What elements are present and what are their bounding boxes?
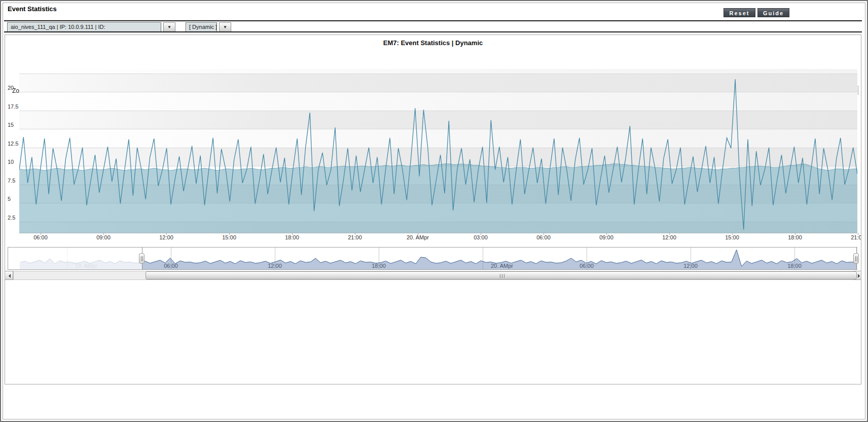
x-axis-label: 12:00 bbox=[150, 234, 183, 240]
y-axis-label: 12.5 bbox=[8, 140, 18, 147]
scrollbar-left-arrow-icon[interactable] bbox=[5, 271, 13, 280]
view-select[interactable]: [ Dynamic ] bbox=[186, 22, 217, 32]
x-axis-tick bbox=[481, 233, 481, 235]
x-axis-tick bbox=[795, 233, 795, 235]
main-plot-area[interactable] bbox=[19, 69, 857, 233]
guide-button[interactable]: Guide bbox=[757, 8, 789, 17]
scrollbar-grip-icon bbox=[500, 274, 504, 278]
events-series-svg bbox=[19, 69, 857, 233]
x-axis-label: 15:00 bbox=[716, 234, 748, 240]
x-axis-label: 03:00 bbox=[464, 234, 497, 240]
x-axis-label: 09:00 bbox=[590, 234, 623, 240]
x-axis-label: 12:00 bbox=[653, 234, 685, 240]
x-axis-tick bbox=[669, 233, 670, 235]
x-axis-label: 09:00 bbox=[87, 234, 120, 240]
x-axis-tick bbox=[166, 233, 167, 235]
x-axis-tick bbox=[355, 233, 355, 235]
x-axis-tick bbox=[858, 233, 858, 235]
view-select-arrow-icon[interactable]: ▼ bbox=[219, 22, 231, 32]
titlebar-divider bbox=[4, 20, 862, 21]
reset-button[interactable]: Reset bbox=[724, 8, 755, 17]
x-axis-tick bbox=[732, 233, 733, 235]
y-axis-label: 5 bbox=[8, 196, 11, 202]
toolbar-divider bbox=[4, 31, 862, 32]
x-axis-label: 18:00 bbox=[276, 234, 308, 240]
x-axis-tick bbox=[229, 233, 230, 235]
chart-title: EM7: Event Statistics | Dynamic bbox=[5, 39, 861, 47]
y-axis-label: 7.5 bbox=[8, 178, 15, 184]
y-axis-label: 15 bbox=[8, 122, 14, 128]
y-axis-label: 2.5 bbox=[8, 215, 15, 221]
x-axis-tick bbox=[292, 233, 293, 235]
x-axis-label: 18:00 bbox=[779, 234, 811, 240]
page-title: Event Statistics bbox=[8, 5, 57, 13]
x-axis-label: 06:00 bbox=[24, 234, 57, 240]
navigator-series-svg bbox=[20, 248, 857, 269]
scrollbar-thumb[interactable] bbox=[146, 271, 857, 279]
device-select-arrow-icon[interactable]: ▼ bbox=[163, 22, 175, 32]
navigator-mask-left bbox=[8, 248, 142, 269]
x-axis-tick bbox=[606, 233, 607, 235]
x-axis-label: 06:00 bbox=[527, 234, 560, 240]
y-axis-label: 20 bbox=[8, 85, 14, 91]
navigator-right-handle[interactable] bbox=[853, 253, 859, 264]
x-axis-label: 15:00 bbox=[213, 234, 245, 240]
device-select[interactable]: aio_nives_111_qa | IP: 10.0.9.111 | ID: bbox=[7, 22, 161, 32]
x-axis-tick bbox=[103, 233, 104, 235]
x-axis-tick bbox=[544, 233, 544, 235]
x-axis-tick bbox=[41, 233, 41, 235]
y-axis-label: 10 bbox=[8, 159, 14, 165]
navigator-left-handle[interactable] bbox=[139, 253, 144, 264]
y-axis-label: 17.5 bbox=[8, 103, 18, 110]
chart-container: EM7: Event Statistics | Dynamic Zoom 6H1… bbox=[5, 34, 861, 384]
baseline-area-fill bbox=[19, 164, 857, 233]
x-axis-label: 21:00 bbox=[842, 234, 861, 240]
x-axis-label: 21:00 bbox=[339, 234, 371, 240]
navigator[interactable]: 19. AMpr06:0012:0018:0020. AMpr06:0012:0… bbox=[8, 247, 857, 270]
navigator-scrollbar bbox=[5, 271, 861, 280]
navigator-area-fill bbox=[20, 250, 857, 269]
x-axis-label: 20. AMpr bbox=[402, 234, 434, 240]
x-axis-tick bbox=[418, 233, 418, 235]
